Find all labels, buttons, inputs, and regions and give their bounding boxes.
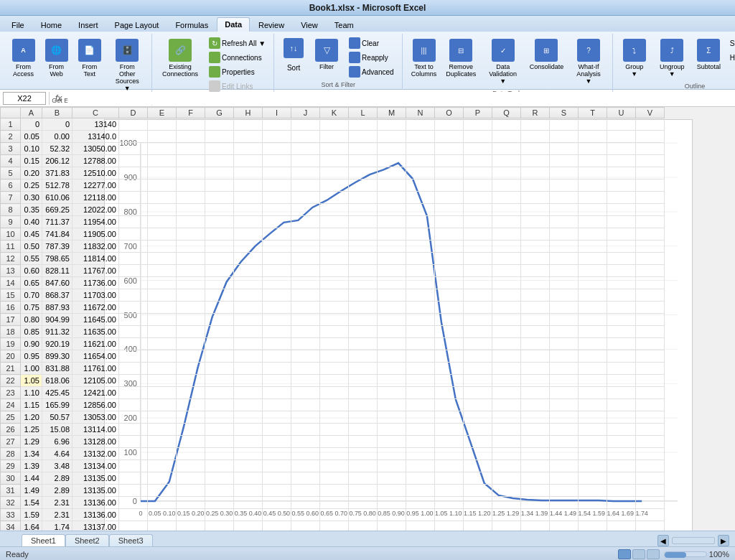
row-header-13[interactable]: 13	[1, 265, 21, 277]
cell-empty[interactable]	[177, 241, 205, 253]
cell-empty[interactable]	[263, 338, 291, 350]
cell-empty[interactable]	[579, 131, 607, 143]
cell-empty[interactable]	[291, 326, 320, 338]
cell-empty[interactable]	[464, 118, 492, 131]
cell-empty[interactable]	[263, 399, 291, 411]
cell-empty[interactable]	[550, 265, 579, 277]
row-header-8[interactable]: 8	[1, 204, 21, 216]
cell-empty[interactable]	[492, 302, 521, 314]
cell-empty[interactable]	[435, 277, 464, 289]
row-header-29[interactable]: 29	[1, 460, 21, 472]
cell-empty[interactable]	[579, 118, 607, 131]
cell-empty[interactable]	[148, 143, 177, 155]
cell-empty[interactable]	[636, 521, 665, 531]
cell-empty[interactable]	[492, 277, 521, 289]
cell-empty[interactable]	[492, 326, 521, 338]
connections-button[interactable]: Connections	[205, 51, 269, 64]
cell-empty[interactable]	[435, 131, 464, 143]
cell-empty[interactable]	[406, 424, 435, 436]
cell-empty[interactable]	[607, 216, 636, 228]
cell-empty[interactable]	[177, 326, 205, 338]
cell-empty[interactable]	[579, 241, 607, 253]
cell-empty[interactable]	[435, 521, 464, 531]
cell-empty[interactable]	[579, 387, 607, 399]
cell-empty[interactable]	[579, 485, 607, 497]
cell-A2[interactable]: 0.05	[21, 131, 42, 143]
cell-empty[interactable]	[521, 460, 550, 472]
cell-empty[interactable]	[148, 155, 177, 167]
cell-empty[interactable]	[378, 497, 406, 509]
sort-az-button[interactable]: ↑↓	[279, 37, 308, 60]
cell-empty[interactable]	[234, 509, 263, 521]
cell-empty[interactable]	[464, 460, 492, 472]
cell-empty[interactable]	[177, 387, 205, 399]
cell-empty[interactable]	[492, 411, 521, 424]
cell-empty[interactable]	[234, 387, 263, 399]
cell-empty[interactable]	[435, 253, 464, 265]
cell-empty[interactable]	[406, 521, 435, 531]
cell-B13[interactable]: 828.11	[42, 265, 72, 277]
cell-empty[interactable]	[349, 326, 378, 338]
scroll-right-btn[interactable]: ▶	[718, 535, 729, 546]
cell-empty[interactable]	[320, 375, 349, 387]
cell-empty[interactable]	[378, 363, 406, 375]
cell-empty[interactable]	[119, 485, 148, 497]
cell-empty[interactable]	[636, 302, 665, 314]
cell-empty[interactable]	[435, 179, 464, 192]
cell-empty[interactable]	[636, 326, 665, 338]
cell-empty[interactable]	[291, 118, 320, 131]
cell-empty[interactable]	[177, 167, 205, 179]
cell-empty[interactable]	[406, 436, 435, 448]
cell-empty[interactable]	[435, 387, 464, 399]
cell-empty[interactable]	[349, 521, 378, 531]
sheet-tab-2[interactable]: Sheet2	[65, 534, 109, 546]
cell-empty[interactable]	[406, 277, 435, 289]
cell-empty[interactable]	[607, 277, 636, 289]
cell-empty[interactable]	[492, 118, 521, 131]
cell-empty[interactable]	[492, 192, 521, 204]
cell-empty[interactable]	[435, 350, 464, 363]
cell-empty[interactable]	[205, 326, 234, 338]
cell-empty[interactable]	[464, 228, 492, 241]
cell-empty[interactable]	[148, 302, 177, 314]
cell-empty[interactable]	[378, 143, 406, 155]
cell-C30[interactable]: 13135.00	[72, 472, 119, 485]
row-header-16[interactable]: 16	[1, 302, 21, 314]
cell-empty[interactable]	[378, 277, 406, 289]
cell-empty[interactable]	[492, 314, 521, 326]
cell-C22[interactable]: 12105.00	[72, 375, 119, 387]
cell-empty[interactable]	[579, 302, 607, 314]
cell-empty[interactable]	[234, 497, 263, 509]
cell-empty[interactable]	[607, 448, 636, 460]
cell-empty[interactable]	[607, 338, 636, 350]
cell-empty[interactable]	[119, 253, 148, 265]
cell-empty[interactable]	[320, 314, 349, 326]
cell-A16[interactable]: 0.75	[21, 302, 42, 314]
cell-empty[interactable]	[406, 338, 435, 350]
cell-empty[interactable]	[435, 192, 464, 204]
cell-empty[interactable]	[636, 436, 665, 448]
cell-empty[interactable]	[378, 411, 406, 424]
cell-empty[interactable]	[521, 253, 550, 265]
cell-B10[interactable]: 741.84	[42, 228, 72, 241]
cell-empty[interactable]	[579, 436, 607, 448]
cell-empty[interactable]	[349, 228, 378, 241]
cell-empty[interactable]	[291, 424, 320, 436]
row-header-14[interactable]: 14	[1, 277, 21, 289]
cell-empty[interactable]	[521, 277, 550, 289]
cell-empty[interactable]	[148, 509, 177, 521]
cell-empty[interactable]	[521, 314, 550, 326]
cell-empty[interactable]	[320, 131, 349, 143]
cell-empty[interactable]	[550, 375, 579, 387]
cell-empty[interactable]	[205, 497, 234, 509]
cell-empty[interactable]	[464, 241, 492, 253]
row-header-4[interactable]: 4	[1, 155, 21, 167]
cell-empty[interactable]	[636, 118, 665, 131]
cell-empty[interactable]	[320, 118, 349, 131]
cell-empty[interactable]	[435, 167, 464, 179]
from-text-button[interactable]: 📄 FromText	[74, 37, 105, 80]
cell-empty[interactable]	[349, 289, 378, 302]
cell-empty[interactable]	[636, 143, 665, 155]
cell-empty[interactable]	[579, 155, 607, 167]
cell-B6[interactable]: 512.78	[42, 179, 72, 192]
